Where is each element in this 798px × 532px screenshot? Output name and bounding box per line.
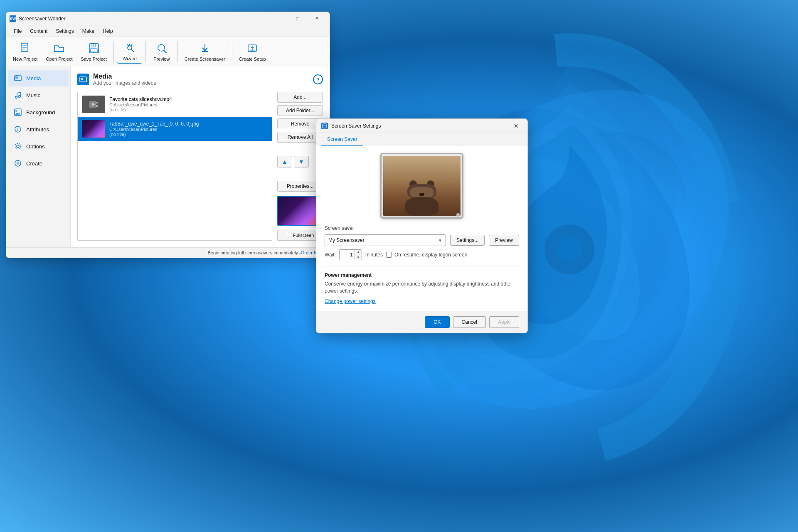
- move-down-button[interactable]: ▼: [294, 156, 309, 167]
- status-text: Begin creating full screensavers immedia…: [207, 250, 300, 255]
- spinner-down-button[interactable]: ▼: [355, 255, 362, 260]
- menu-file[interactable]: File: [10, 27, 26, 36]
- svg-rect-11: [91, 44, 95, 47]
- title-bar: SW Screensaver Wonder − □ ✕: [6, 12, 330, 25]
- power-management-section: Power management Conserve energy or maxi…: [325, 266, 519, 304]
- svg-point-4: [557, 237, 582, 262]
- apply-button[interactable]: Apply: [489, 316, 519, 328]
- svg-rect-44: [323, 124, 327, 128]
- help-button[interactable]: ?: [313, 74, 323, 84]
- content-panel: Media Add your images and videos ?: [71, 66, 330, 247]
- media-item-2-info: TabBar_qwe_qwe_1_Tab_{0, 0, 0, 0}.jpg C:…: [109, 121, 268, 137]
- menu-settings[interactable]: Settings: [52, 27, 78, 36]
- add-folder-button[interactable]: Add Folder...: [277, 105, 323, 116]
- screen-saver-label: Screen saver: [325, 225, 519, 231]
- preview-button[interactable]: Preview: [489, 235, 519, 246]
- media-area: Favorite cats slideshow.mp4 C:\Users\ces…: [77, 92, 323, 241]
- minutes-label: minutes: [365, 252, 383, 258]
- toolbar-create-setup[interactable]: Create Setup: [236, 40, 269, 63]
- media-list: Favorite cats slideshow.mp4 C:\Users\ces…: [77, 92, 272, 241]
- svg-rect-42: [96, 102, 98, 103]
- sidebar-item-background[interactable]: Background: [8, 104, 69, 121]
- sidebar-item-music[interactable]: Music: [8, 87, 69, 103]
- save-project-label: Save Project: [81, 57, 107, 62]
- preview-label: Preview: [153, 57, 170, 62]
- media-preview-thumbnail: [277, 196, 317, 226]
- move-up-button[interactable]: ▲: [277, 156, 292, 167]
- media-item-1[interactable]: Favorite cats slideshow.mp4 C:\Users\ces…: [78, 92, 272, 117]
- tab-screen-saver[interactable]: Screen Saver: [321, 133, 363, 146]
- wait-row: Wait: ▲ ▼ minutes On resume, display log…: [325, 249, 519, 260]
- screensaver-selected-value: My Screensaver: [328, 237, 438, 243]
- minimize-button[interactable]: −: [269, 12, 288, 25]
- on-resume-checkbox[interactable]: [386, 252, 392, 258]
- preview-icon: [155, 42, 168, 55]
- media-thumb-img: [82, 120, 105, 138]
- panel-subtitle: Add your images and videos: [93, 80, 156, 86]
- fullscreen-icon: ⛶: [286, 232, 291, 238]
- toolbar-new-project[interactable]: New Project: [10, 40, 41, 63]
- app-icon: SW: [10, 15, 16, 22]
- monitor-preview: [325, 153, 519, 219]
- ok-button[interactable]: OK: [425, 316, 449, 328]
- screensaver-select[interactable]: My Screensaver ▼: [325, 234, 446, 246]
- toolbar-preview[interactable]: Preview: [149, 40, 174, 63]
- menu-content[interactable]: Content: [26, 27, 52, 36]
- screen-saver-settings-dialog: Screen Saver Settings ✕ Screen Saver: [316, 118, 528, 333]
- dialog-title: Screen Saver Settings: [331, 123, 510, 129]
- menu-help[interactable]: Help: [99, 27, 117, 36]
- settings-button[interactable]: Settings...: [450, 235, 485, 246]
- svg-rect-27: [15, 76, 18, 79]
- close-button[interactable]: ✕: [307, 12, 326, 25]
- app-title: Screensaver Wonder: [19, 16, 269, 22]
- wait-spinner: ▲ ▼: [355, 249, 362, 260]
- wait-input[interactable]: [340, 250, 355, 260]
- svg-point-30: [15, 110, 17, 112]
- svg-rect-12: [91, 49, 97, 52]
- dialog-footer: OK Cancel Apply: [316, 311, 527, 333]
- sidebar-item-attributes[interactable]: i Attributes: [8, 121, 69, 138]
- media-icon: [14, 74, 22, 82]
- screensaver-dropdown-arrow: ▼: [438, 238, 442, 243]
- panel-title-group: Media Add your images and videos: [93, 73, 156, 86]
- toolbar-sep-3: [177, 41, 178, 62]
- menu-make[interactable]: Make: [78, 27, 99, 36]
- panel-icon: [77, 74, 89, 85]
- sidebar-item-create[interactable]: Create: [8, 155, 69, 172]
- wait-input-wrapper: ▲ ▼: [339, 249, 362, 260]
- media-item-2[interactable]: TabBar_qwe_qwe_1_Tab_{0, 0, 0, 0}.jpg C:…: [78, 117, 272, 141]
- cancel-button[interactable]: Cancel: [453, 316, 486, 328]
- sidebar-item-options[interactable]: Options: [8, 138, 69, 155]
- toolbar-save-project[interactable]: Save Project: [78, 40, 110, 63]
- sidebar-item-media[interactable]: Media: [8, 70, 69, 86]
- dialog-close-button[interactable]: ✕: [510, 120, 522, 132]
- toolbar-create-screensaver[interactable]: Create Screensaver: [181, 40, 229, 63]
- screen-saver-section: Screen saver My Screensaver ▼ Settings..…: [325, 225, 519, 260]
- sidebar-media-label: Media: [26, 75, 41, 81]
- sidebar-options-label: Options: [26, 143, 45, 150]
- attributes-icon: i: [14, 125, 22, 133]
- dialog-icon: [321, 123, 328, 129]
- sidebar-attributes-label: Attributes: [26, 126, 49, 133]
- spinner-up-button[interactable]: ▲: [355, 249, 362, 255]
- title-bar-controls: − □ ✕: [269, 12, 326, 25]
- new-project-icon: [19, 42, 32, 55]
- maximize-button[interactable]: □: [288, 12, 307, 25]
- panel-header: Media Add your images and videos ?: [77, 73, 323, 86]
- create-screensaver-icon: [198, 42, 212, 55]
- wizard-label: Wizard: [123, 56, 137, 61]
- toolbar-open-project[interactable]: Open Project: [42, 40, 76, 63]
- add-button[interactable]: Add...: [277, 92, 323, 103]
- dialog-title-bar: Screen Saver Settings ✕: [316, 119, 527, 133]
- toolbar-wizard[interactable]: Wizard: [117, 39, 142, 64]
- power-management-title: Power management: [325, 272, 519, 278]
- on-resume-label: On resume, display logon screen: [386, 252, 467, 258]
- background-icon: [14, 108, 22, 116]
- panel-header-left: Media Add your images and videos: [77, 73, 156, 86]
- media-item-2-path: C:\Users\cesar\Pictures: [109, 127, 268, 132]
- change-power-settings-link[interactable]: Change power settings: [325, 298, 376, 304]
- svg-point-29: [19, 96, 21, 98]
- dialog-body: Screen saver My Screensaver ▼ Settings..…: [316, 146, 527, 311]
- panel-title: Media: [93, 73, 156, 80]
- media-thumb-video: [82, 96, 105, 113]
